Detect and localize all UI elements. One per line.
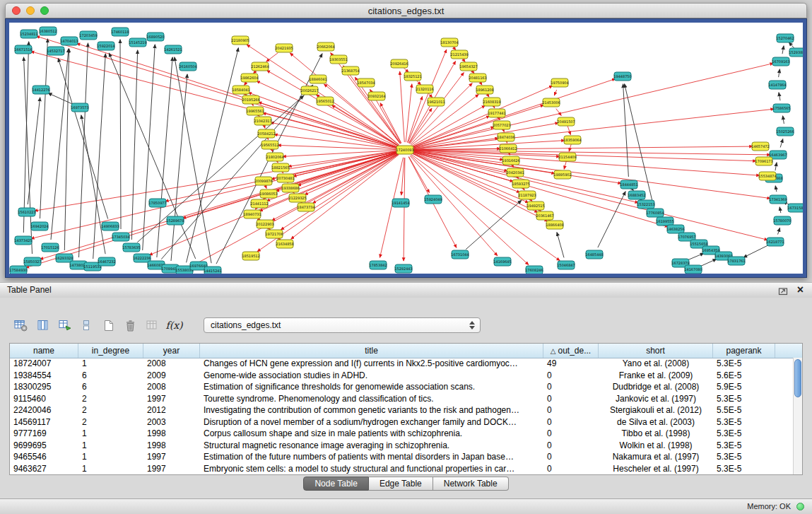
edge-black[interactable] — [28, 98, 40, 204]
graph-node-yellow[interactable]: 21262464 — [251, 62, 269, 71]
graph-node-yellow[interactable]: 21154409 — [558, 153, 576, 161]
edge-black[interactable] — [40, 39, 48, 218]
cell-year[interactable]: 1997 — [143, 451, 200, 463]
graph-node-yellow[interactable]: 22180905 — [231, 36, 249, 45]
graph-node-teal[interactable]: 16671516 — [14, 45, 32, 54]
graph-node-yellow[interactable]: 21608319 — [483, 98, 500, 106]
column-header-out_degree[interactable]: △out_de... — [543, 344, 599, 358]
cell-pagerank[interactable]: 5.6E-5 — [713, 370, 775, 382]
graph-node-yellow[interactable]: 19177441 — [488, 109, 505, 117]
cell-name[interactable]: 9463627 — [10, 463, 78, 475]
graph-node-teal[interactable]: 16731583 — [787, 204, 803, 212]
graph-node-teal[interactable]: 16890520 — [146, 33, 164, 41]
graph-node-yellow[interactable]: 18961208 — [476, 86, 493, 94]
graph-node-yellow[interactable]: 18940731 — [243, 210, 261, 218]
graph-node-teal[interactable]: 16199555 — [656, 217, 673, 226]
edge-black[interactable] — [187, 48, 239, 263]
table-import-icon[interactable] — [54, 315, 76, 335]
edge-red[interactable] — [192, 153, 399, 266]
graph-node-yellow[interactable]: 18473734 — [297, 203, 314, 211]
graph-node-yellow[interactable]: 19492515 — [526, 201, 544, 210]
cell-name[interactable]: 18300295 — [10, 381, 78, 393]
cell-pagerank[interactable]: 5.3E-5 — [713, 440, 775, 452]
graph-node-teal[interactable]: 15234811 — [20, 30, 37, 38]
column-header-name[interactable]: name — [10, 344, 78, 358]
graph-node-teal[interactable]: 17831761 — [727, 257, 745, 265]
cell-title[interactable]: Genome-wide association studies in ADHD. — [200, 370, 543, 382]
graph-node-teal[interactable]: 17203459 — [79, 31, 97, 40]
tab-network-table[interactable]: Network Table — [433, 477, 509, 491]
edge-red[interactable] — [37, 36, 398, 148]
graph-node-yellow[interactable]: 18519512 — [242, 252, 259, 260]
cell-out_degree[interactable]: 0 — [543, 451, 599, 463]
cell-in_degree[interactable]: 2 — [78, 416, 143, 428]
graph-node-yellow[interactable]: 17096173 — [755, 157, 772, 165]
graph-node-yellow[interactable]: 20926416 — [390, 59, 408, 68]
graph-node-yellow[interactable]: 19565012 — [316, 97, 334, 105]
cell-title[interactable]: Disruption of a novel member of a sodium… — [200, 416, 543, 428]
network-window-titlebar[interactable]: citations_edges.txt — [5, 3, 807, 18]
table-row[interactable]: 946362711997Embryonic stem cells: a mode… — [10, 463, 793, 475]
graph-node-yellow[interactable]: 21453006 — [542, 98, 560, 107]
network-canvas[interactable]: 1724009322180905204219352126246419862604… — [9, 23, 803, 274]
cell-pagerank[interactable]: 5.3E-5 — [713, 416, 775, 428]
cell-year[interactable]: 2009 — [143, 370, 200, 382]
network-canvas-svg[interactable]: 1724009322180905204219352126246419862604… — [9, 23, 803, 274]
graph-node-yellow[interactable]: 21229325 — [288, 194, 306, 202]
graph-node-yellow[interactable]: 20491507 — [557, 117, 575, 126]
graph-node-yellow[interactable]: 19316626 — [502, 156, 519, 165]
graph-node-teal[interactable]: 14373425 — [14, 236, 32, 245]
graph-node-yellow[interactable]: 20421935 — [275, 44, 293, 52]
cell-title[interactable]: Investigating the contribution of common… — [200, 404, 543, 416]
cell-short[interactable]: de Silva et al. (2003) — [599, 416, 713, 428]
graph-node-teal[interactable]: 14704013 — [60, 37, 78, 45]
cell-out_degree[interactable]: 0 — [543, 416, 599, 428]
graph-node-teal[interactable]: 17015126 — [41, 243, 59, 252]
graph-node-yellow[interactable]: 18846041 — [309, 75, 326, 83]
cell-pagerank[interactable]: 5.9E-5 — [713, 381, 775, 393]
graph-node-teal[interactable]: 14412276 — [32, 86, 49, 94]
graph-node-teal[interactable]: 17760854 — [646, 209, 664, 217]
graph-node-teal[interactable]: 16942024 — [30, 222, 48, 230]
graph-node-yellow[interactable]: 21066412 — [499, 144, 517, 153]
cell-in_degree[interactable]: 6 — [78, 381, 143, 393]
network-selector[interactable]: citations_edges.txt — [204, 317, 481, 333]
table-scrollbar-thumb[interactable] — [794, 359, 801, 397]
edge-red[interactable] — [410, 73, 464, 144]
edge-black[interactable] — [466, 200, 522, 249]
cell-name[interactable]: 14569117 — [10, 416, 78, 428]
table-row[interactable]: 911546021997Tourette syndrome. Phenomeno… — [10, 393, 793, 405]
graph-node-yellow[interactable]: 20577023 — [493, 121, 510, 129]
cell-short[interactable]: Tibbo et al. (1998) — [599, 428, 713, 440]
graph-node-yellow[interactable]: 20099876 — [254, 177, 272, 185]
edge-black[interactable] — [688, 253, 704, 260]
cell-out_degree[interactable]: 0 — [543, 381, 599, 393]
minimize-window-button[interactable] — [26, 6, 35, 15]
column-header-pagerank[interactable]: pagerank — [713, 344, 775, 358]
row-list-icon[interactable] — [76, 315, 98, 335]
cell-short[interactable]: Hescheler et al. (1997) — [599, 463, 713, 475]
column-header-in_degree[interactable]: in_degree — [78, 344, 143, 358]
edge-red[interactable] — [271, 122, 397, 148]
graph-node-yellow[interactable]: 20361467 — [536, 211, 553, 220]
cell-name[interactable]: 9777169 — [10, 428, 78, 440]
cell-short[interactable]: Dudbridge et al. (2008) — [599, 381, 713, 393]
graph-node-teal[interactable]: 26160504 — [179, 62, 196, 71]
cell-short[interactable]: Yano et al. (2008) — [599, 358, 713, 370]
graph-node-teal[interactable]: 17853842 — [369, 261, 387, 269]
cell-in_degree[interactable]: 2 — [78, 404, 143, 416]
edge-red[interactable] — [406, 84, 412, 142]
cell-title[interactable]: Estimation of the future numbers of pati… — [200, 451, 543, 463]
graph-node-yellow[interactable]: 18474036 — [497, 133, 514, 141]
graph-node-yellow[interactable]: 21215439 — [450, 50, 468, 59]
graph-node-yellow[interactable]: 21802064 — [266, 153, 283, 161]
edge-red[interactable] — [413, 123, 558, 148]
edge-black[interactable] — [779, 93, 780, 100]
edge-red[interactable] — [77, 43, 398, 147]
table-row[interactable]: 1456911722003Disruption of a novel membe… — [10, 416, 793, 428]
graph-node-yellow[interactable]: 18584041 — [232, 86, 249, 94]
graph-node-teal[interactable]: 15850327 — [23, 257, 41, 266]
edge-black[interactable] — [783, 116, 784, 124]
cell-title[interactable]: Corpus callosum shape and size in male p… — [200, 428, 543, 440]
cell-name[interactable]: 18724007 — [10, 358, 78, 370]
